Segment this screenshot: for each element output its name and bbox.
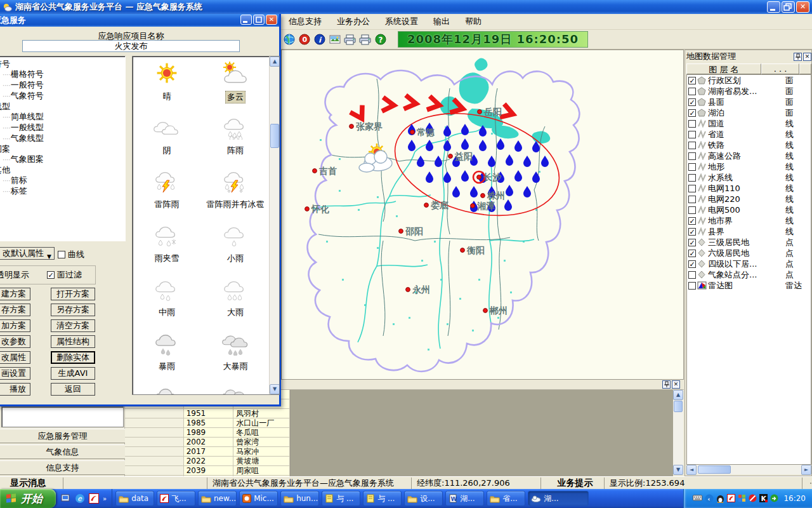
vscroll-thumb[interactable] [270,124,279,148]
weather-symbol-rain1[interactable]: 小雨 [201,224,270,277]
layer-row[interactable]: 气象站点分... 点 [687,269,811,280]
layers-hscrollbar[interactable]: ◄ ► [686,465,811,474]
weather-symbol-rain3[interactable]: 大雨 [201,277,270,331]
dialog-button-4[interactable]: 删除实体 [51,351,95,364]
table-row[interactable]: 1951 凤羽村 [125,409,290,418]
dialog-button-left[interactable]: 建方案 [0,288,30,300]
tree-node[interactable]: ····气象符号 [0,91,125,102]
tree-node[interactable]: 线型 [0,102,125,112]
table-row[interactable]: 2039 周家咀 [125,466,290,476]
scroll-left-icon[interactable]: ◄ [686,465,697,475]
layer-row[interactable]: 湖南省易发... 面 [687,86,811,97]
tree-node[interactable]: 图案 [0,144,125,154]
taskbar-task[interactable]: 与 ... [322,491,360,506]
dialog-button-5[interactable]: 生成AVI [51,367,95,380]
layer-checkbox[interactable] [688,142,696,149]
close-panel-icon[interactable]: ✕ [803,53,811,61]
layer-checkbox[interactable]: ✓ [688,217,696,225]
show-desktop-icon[interactable] [61,493,71,504]
layer-checkbox[interactable] [688,131,696,138]
weather-symbol-suncloud[interactable]: 多云 [201,62,270,116]
globe-icon[interactable] [282,33,296,46]
weather-symbol-sleet[interactable]: 雨夹雪 [133,224,201,277]
layer-checkbox[interactable]: ✓ [688,228,696,236]
dialog-titlebar[interactable]: 应急服务 ✕ [0,14,279,27]
table-row[interactable]: 2022 黄坡塘 [125,457,290,466]
layer-row[interactable]: ✓ 地市界 线 [687,215,811,226]
project-name-input[interactable]: 火灾发布 [22,40,240,52]
status-message-button[interactable]: 显示消息 [0,478,63,489]
scroll-down-icon[interactable]: ▼ [673,465,683,475]
taskbar-task[interactable]: data [115,491,154,506]
taskbar-task[interactable]: Mic... [239,491,278,506]
layer-checkbox[interactable] [688,163,696,171]
weather-symbol-sun[interactable]: 晴 [133,62,201,116]
bottom-vscrollbar[interactable]: ▲ ▼ [673,390,683,475]
dialog-button-3[interactable]: 属性结构 [51,335,95,348]
layer-row[interactable]: 电网220 线 [687,194,811,204]
layer-name-header[interactable]: 图 层 名 [686,64,761,74]
dialog-button-left[interactable]: 画设置 [0,367,30,380]
weather-symbol-storm[interactable]: 暴雨 [133,331,201,385]
tree-node[interactable]: 其他 [0,165,125,175]
dialog-button-left[interactable]: 改属性 [0,351,30,364]
layer-row[interactable]: ✓ 行政区划 面 [687,75,811,86]
menu-item[interactable]: 帮助 [457,14,489,29]
restore-button[interactable] [782,1,795,13]
tree-node[interactable]: ····气象图案 [0,154,125,165]
layer-checkbox[interactable]: ✓ [688,250,696,257]
left-panel-button[interactable]: 应急服务管理 [0,429,125,443]
taskbar-task[interactable]: 设... [404,491,443,506]
menu-item[interactable]: 系统设置 [377,14,426,29]
dialog-button-left[interactable]: 播放 [0,383,30,396]
map-panel[interactable]: 张家界岳阳常德益阳吉首长沙株州湘潭娄底怀化邵阳衡阳永州郴州 [281,50,684,380]
taskbar-task[interactable]: 省... [487,491,525,506]
layer-row[interactable]: ✓ 湖泊 面 [687,107,811,118]
curve-checkbox[interactable]: 曲线 [58,249,84,260]
layer-row[interactable]: ✓ 县界 线 [687,226,811,237]
image-icon[interactable] [328,33,342,46]
layer-row[interactable]: 高速公路 线 [687,150,811,161]
weather-symbol-thunderhail[interactable]: 雷阵雨并有冰雹 [201,170,270,224]
tree-node[interactable]: 符号 [0,59,125,69]
tray-collapse-icon[interactable]: ‹ [705,494,714,503]
tree-node[interactable]: ····简单线型 [0,112,125,123]
weather-symbol-shower[interactable]: 阵雨 [201,116,270,170]
tree-node[interactable]: ····一般符号 [0,80,125,91]
weather-symbol-storm2[interactable] [201,385,270,395]
layer-checkbox[interactable] [688,174,696,182]
layer-row[interactable]: 铁路 线 [687,140,811,150]
layer-checkbox[interactable]: ✓ [688,260,696,268]
layer-checkbox[interactable]: ✓ [688,77,696,84]
resize-grip[interactable] [802,478,812,489]
tree-node[interactable]: ····气象线型 [0,133,125,144]
scroll-up-icon[interactable]: ▲ [673,390,683,400]
layer-checkbox[interactable] [688,185,696,192]
taskbar-task[interactable]: new... [198,491,237,506]
layer-checkbox[interactable] [688,196,696,203]
restore-button[interactable] [253,15,265,25]
vscroll-thumb[interactable] [674,401,683,412]
scroll-right-icon[interactable]: ► [801,465,811,475]
taskbar-task[interactable]: W湖... [445,491,484,506]
layer-checkbox[interactable] [688,271,696,279]
layer-checkbox[interactable] [688,88,696,95]
tray-redapp-icon[interactable] [727,494,735,503]
print-icon[interactable] [343,33,357,46]
close-button[interactable]: ✕ [266,15,277,25]
tree-node[interactable]: ····标签 [0,186,125,197]
weather-symbol-thunder[interactable]: 雷阵雨 [133,170,201,224]
layer-checkbox[interactable] [688,282,696,290]
transparent-checkbox[interactable]: 透明显示 [0,269,29,281]
layer-row[interactable]: 电网110 线 [687,183,811,194]
left-listbox[interactable] [1,406,124,427]
dialog-button-left[interactable]: 改参数 [0,335,30,348]
tree-node[interactable]: ····箭标 [0,175,125,186]
layer-row[interactable]: ✓ 六级居民地 点 [687,248,811,258]
layer-row[interactable]: 地形 线 [687,161,811,172]
red-app-icon[interactable] [89,493,99,504]
dialog-button-2[interactable]: 清空方案 [51,319,95,332]
taskbar-task[interactable]: hun... [280,491,319,506]
face-filter-checkbox[interactable]: ✓ 面过滤 [47,269,82,281]
tray-win-icon[interactable] [738,494,746,503]
